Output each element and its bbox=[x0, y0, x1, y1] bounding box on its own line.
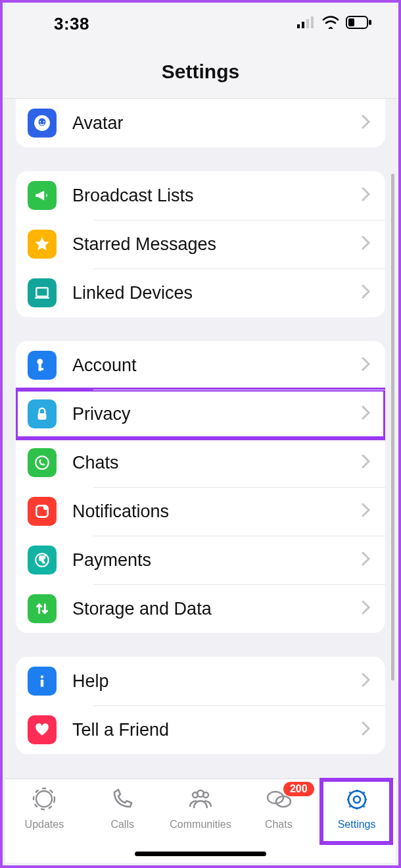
row-account[interactable]: Account bbox=[16, 341, 385, 390]
status-time: 3:38 bbox=[54, 14, 89, 34]
chevron-right-icon bbox=[362, 600, 371, 617]
settings-group-avatar: Avatar bbox=[16, 99, 385, 147]
row-payments[interactable]: ₹ Payments bbox=[16, 536, 385, 584]
svg-point-30 bbox=[354, 796, 360, 803]
communities-icon bbox=[186, 787, 215, 815]
svg-text:₹: ₹ bbox=[39, 555, 45, 565]
tab-chats[interactable]: 200 Chats bbox=[239, 779, 318, 863]
svg-point-17 bbox=[43, 505, 48, 510]
row-label: Payments bbox=[72, 550, 362, 571]
svg-point-9 bbox=[43, 121, 45, 122]
tab-settings[interactable]: Settings bbox=[318, 779, 396, 863]
svg-point-8 bbox=[39, 121, 41, 122]
row-label: Linked Devices bbox=[72, 283, 362, 303]
wifi-icon bbox=[322, 16, 339, 32]
tab-calls[interactable]: Calls bbox=[83, 779, 162, 863]
settings-content: Avatar Broadcast Lists Starred Messages … bbox=[3, 99, 398, 754]
chevron-right-icon bbox=[362, 405, 371, 422]
row-storage-and-data[interactable]: Storage and Data bbox=[16, 584, 385, 633]
status-bar: 3:38 bbox=[3, 3, 398, 45]
row-label: Notifications bbox=[72, 501, 362, 522]
row-starred-messages[interactable]: Starred Messages bbox=[16, 220, 385, 268]
tab-label: Calls bbox=[110, 819, 134, 830]
gear-icon bbox=[342, 787, 371, 815]
row-label: Chats bbox=[72, 453, 362, 473]
settings-group-help: Help Tell a Friend bbox=[16, 657, 385, 754]
row-label: Starred Messages bbox=[72, 234, 362, 255]
row-notifications[interactable]: Notifications bbox=[16, 487, 385, 536]
info-icon bbox=[28, 667, 57, 696]
row-label: Account bbox=[72, 355, 362, 376]
tab-bar: Updates Calls Communities 200 Chats Sett… bbox=[5, 779, 396, 863]
tab-label: Updates bbox=[25, 819, 64, 830]
row-label: Privacy bbox=[72, 404, 362, 424]
chevron-right-icon bbox=[362, 673, 371, 690]
row-tell-a-friend[interactable]: Tell a Friend bbox=[16, 705, 385, 754]
chevron-right-icon bbox=[362, 236, 371, 253]
row-label: Storage and Data bbox=[72, 599, 362, 619]
tab-label: Settings bbox=[338, 819, 376, 830]
heart-icon bbox=[28, 715, 57, 744]
star-icon bbox=[28, 230, 57, 259]
svg-rect-1 bbox=[302, 22, 304, 28]
svg-point-20 bbox=[41, 675, 43, 678]
row-label: Broadcast Lists bbox=[72, 186, 362, 206]
row-linked-devices[interactable]: Linked Devices bbox=[16, 268, 385, 317]
svg-rect-13 bbox=[39, 368, 44, 370]
battery-icon bbox=[346, 16, 372, 32]
settings-group-lists: Broadcast Lists Starred Messages Linked … bbox=[16, 171, 385, 317]
home-indicator[interactable] bbox=[135, 852, 266, 856]
svg-rect-0 bbox=[297, 24, 300, 28]
rupee-icon: ₹ bbox=[28, 546, 57, 574]
megaphone-icon bbox=[28, 181, 57, 210]
chevron-right-icon bbox=[362, 551, 371, 569]
chats-badge: 200 bbox=[283, 782, 314, 796]
phone-icon bbox=[108, 787, 137, 815]
lock-icon bbox=[28, 399, 57, 428]
svg-rect-2 bbox=[306, 19, 309, 28]
svg-rect-5 bbox=[348, 18, 354, 26]
chevron-right-icon bbox=[362, 503, 371, 520]
chevron-right-icon bbox=[362, 721, 371, 738]
tab-communities[interactable]: Communities bbox=[162, 779, 240, 863]
row-label: Tell a Friend bbox=[72, 720, 362, 740]
tab-label: Chats bbox=[265, 819, 293, 830]
notification-icon bbox=[28, 497, 57, 526]
row-label: Help bbox=[72, 671, 362, 692]
scrollbar[interactable] bbox=[391, 174, 394, 680]
row-broadcast-lists[interactable]: Broadcast Lists bbox=[16, 171, 385, 220]
svg-point-22 bbox=[36, 791, 52, 807]
row-avatar[interactable]: Avatar bbox=[16, 99, 385, 147]
cellular-icon bbox=[297, 16, 316, 31]
tab-updates[interactable]: Updates bbox=[5, 779, 83, 863]
chevron-right-icon bbox=[362, 115, 371, 132]
chevron-right-icon bbox=[362, 357, 371, 374]
tab-label: Communities bbox=[170, 819, 231, 830]
row-help[interactable]: Help bbox=[16, 657, 385, 705]
svg-rect-10 bbox=[36, 288, 47, 296]
settings-header: Settings bbox=[3, 45, 398, 99]
svg-rect-3 bbox=[311, 16, 314, 28]
key-icon bbox=[28, 351, 57, 380]
svg-rect-6 bbox=[369, 20, 371, 25]
svg-rect-14 bbox=[38, 413, 47, 420]
chevron-right-icon bbox=[362, 284, 371, 301]
settings-group-account: Account Privacy Chats Notifications bbox=[16, 341, 385, 633]
row-label: Avatar bbox=[72, 113, 362, 134]
status-icons bbox=[297, 16, 372, 32]
chevron-right-icon bbox=[362, 187, 371, 204]
page-title: Settings bbox=[162, 61, 239, 83]
laptop-icon bbox=[28, 278, 57, 307]
whatsapp-icon bbox=[28, 448, 57, 477]
svg-point-29 bbox=[348, 791, 366, 808]
svg-rect-21 bbox=[41, 680, 43, 687]
chevron-right-icon bbox=[362, 454, 371, 471]
row-chats[interactable]: Chats bbox=[16, 438, 385, 487]
svg-point-15 bbox=[35, 456, 49, 469]
updates-icon bbox=[30, 787, 59, 815]
row-privacy[interactable]: Privacy bbox=[16, 390, 385, 438]
avatar-icon bbox=[28, 109, 57, 138]
arrows-up-down-icon bbox=[28, 594, 57, 623]
